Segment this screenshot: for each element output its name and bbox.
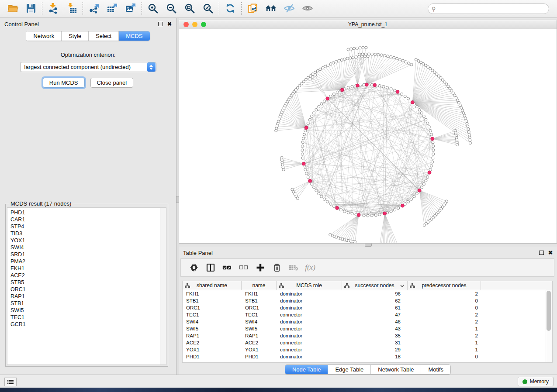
criterion-select[interactable]: largest connected component (undirected) (20, 62, 156, 72)
table-row[interactable]: PHD1PHD1dominator180 (183, 353, 552, 360)
network-node[interactable] (301, 157, 304, 159)
network-node[interactable] (432, 149, 435, 151)
float-table-panel-icon[interactable] (539, 251, 544, 255)
network-node[interactable] (304, 129, 307, 132)
network-node[interactable] (455, 96, 457, 99)
network-node[interactable] (301, 153, 304, 155)
network-node[interactable] (423, 224, 426, 227)
network-node[interactable] (425, 118, 427, 121)
close-table-panel-icon[interactable]: ✖ (548, 250, 553, 255)
network-node[interactable] (394, 89, 396, 92)
network-node[interactable] (415, 58, 417, 61)
network-node[interactable] (309, 78, 311, 80)
show-panels-button[interactable] (4, 378, 17, 386)
mcds-result-item[interactable]: YOX1 (10, 237, 166, 244)
deselect-all-button[interactable] (238, 261, 250, 274)
select-all-button[interactable] (221, 261, 233, 274)
gear-button[interactable] (188, 261, 200, 274)
network-node[interactable] (313, 186, 315, 189)
network-node[interactable] (469, 142, 471, 144)
network-node[interactable] (343, 210, 346, 213)
network-node[interactable] (415, 105, 418, 108)
network-node[interactable] (363, 83, 365, 86)
network-node[interactable] (346, 57, 349, 60)
network-node[interactable] (432, 141, 434, 144)
network-node[interactable] (422, 115, 425, 117)
network-node[interactable] (370, 214, 373, 217)
network-node[interactable] (307, 176, 309, 179)
network-node[interactable] (467, 131, 470, 133)
open-file-button[interactable] (3, 1, 22, 16)
network-node[interactable] (404, 95, 406, 98)
network-node[interactable] (319, 68, 322, 71)
network-node[interactable] (467, 125, 469, 127)
network-node[interactable] (426, 176, 429, 179)
zoom-fit-button[interactable] (180, 1, 199, 16)
network-node[interactable] (294, 89, 297, 91)
network-node[interactable] (355, 56, 357, 58)
minimize-window-icon[interactable] (192, 22, 197, 27)
network-node[interactable] (324, 65, 327, 68)
network-node[interactable] (420, 112, 423, 114)
column-header-name[interactable]: name (242, 281, 277, 290)
horizontal-splitter[interactable] (179, 244, 557, 247)
zoom-in-button[interactable] (144, 1, 162, 16)
network-node[interactable] (298, 84, 301, 87)
network-node[interactable] (314, 71, 317, 74)
network-node[interactable] (430, 165, 433, 167)
network-node[interactable] (393, 56, 395, 59)
network-node[interactable] (323, 198, 325, 200)
network-node[interactable] (398, 58, 401, 61)
network-node[interactable] (457, 101, 460, 104)
network-node[interactable] (351, 85, 353, 88)
network-node[interactable] (413, 195, 415, 198)
tab-network[interactable]: Network (26, 31, 62, 41)
tab-style[interactable]: Style (62, 31, 89, 41)
columns-button[interactable] (204, 261, 217, 274)
mcds-result-item[interactable]: SRD1 (10, 251, 166, 258)
memory-button[interactable]: Memory (518, 377, 554, 386)
export-table-button[interactable] (103, 1, 121, 16)
table-row[interactable]: STB1STB1dominator620 (183, 297, 552, 304)
save-session-button[interactable] (22, 1, 40, 16)
table-row[interactable]: RAP1RAP1dominator352 (183, 332, 552, 339)
mcds-result-item[interactable]: STB1 (10, 300, 166, 307)
network-node[interactable] (332, 62, 335, 64)
network-node[interactable] (353, 47, 356, 50)
network-hub-node[interactable] (365, 83, 369, 86)
network-node[interactable] (394, 209, 396, 211)
mcds-result-item[interactable]: SWI5 (10, 307, 166, 314)
tab-mcds[interactable]: MCDS (119, 31, 149, 41)
network-node[interactable] (407, 62, 410, 65)
network-node[interactable] (425, 179, 427, 182)
network-node[interactable] (390, 55, 392, 58)
network-node[interactable] (464, 117, 467, 120)
network-hub-node[interactable] (302, 162, 305, 165)
network-node[interactable] (356, 47, 358, 49)
network-node[interactable] (347, 86, 349, 89)
network-hub-node[interactable] (336, 206, 339, 210)
network-node[interactable] (301, 145, 304, 148)
network-node[interactable] (349, 57, 352, 59)
network-node[interactable] (390, 88, 392, 90)
add-column-button[interactable] (254, 261, 266, 274)
network-node[interactable] (304, 168, 307, 171)
network-node[interactable] (347, 211, 349, 214)
network-node[interactable] (386, 55, 389, 58)
mcds-result-item[interactable]: CAR1 (10, 216, 166, 223)
network-node[interactable] (329, 203, 332, 205)
network-hub-node[interactable] (383, 212, 387, 215)
table-row[interactable]: FKH1FKH1dominator962 (183, 290, 552, 297)
network-node[interactable] (401, 59, 404, 62)
network-window-titlebar[interactable]: YPA_prune.txt_1 (179, 20, 557, 29)
mcds-result-item[interactable]: STP4 (10, 223, 166, 230)
column-header-successor-nodes[interactable]: successor nodes (342, 281, 408, 290)
network-node[interactable] (303, 133, 305, 136)
network-node[interactable] (358, 53, 361, 56)
network-node[interactable] (316, 69, 319, 72)
network-node[interactable] (307, 122, 309, 124)
first-neighbors-button[interactable] (262, 1, 280, 16)
mcds-result-item[interactable]: PHD1 (10, 209, 166, 216)
mcds-result-item[interactable]: SWI4 (10, 244, 166, 251)
network-node[interactable] (329, 95, 332, 98)
